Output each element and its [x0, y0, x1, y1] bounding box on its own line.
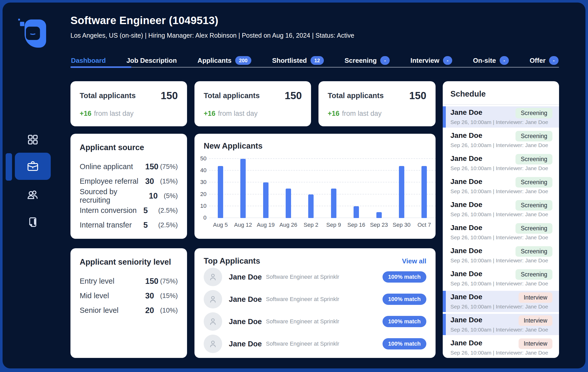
schedule-detail: Sep 26, 10:00am | Interviewer: Jane Doe	[450, 188, 548, 194]
schedule-item[interactable]: Jane Doe Screening Sep 26, 10:00am | Int…	[443, 106, 559, 128]
new-applicants-chart-card: New Applicants 0 10 20 30 40 50	[194, 134, 436, 239]
applicant-row[interactable]: Jane Doe Software Engineer at Sprinklr 1…	[204, 266, 426, 288]
tab-count-badge: -	[549, 56, 559, 65]
source-value: 30	[145, 177, 160, 186]
app-window: Software Engineer (1049513) Los Angeles,…	[0, 0, 588, 372]
schedule-item[interactable]: Jane Doe Screening Sep 26, 10:00am | Int…	[443, 222, 559, 243]
bar-series	[209, 159, 436, 218]
tab-offer[interactable]: Offer -	[529, 56, 559, 65]
schedule-item[interactable]: Jane Doe Screening Sep 26, 10:00am | Int…	[443, 245, 559, 266]
app-logo[interactable]	[17, 17, 47, 49]
logo-dot	[18, 19, 20, 20]
tab-screening[interactable]: Screening -	[344, 56, 390, 65]
schedule-name: Jane Doe	[450, 224, 482, 232]
y-axis-tick: 20	[196, 191, 207, 198]
x-axis-tick: Aug 12	[232, 222, 254, 228]
tab-applicants[interactable]: Applicants 200	[197, 56, 252, 65]
tab-count-badge: 200	[235, 56, 251, 65]
source-label: Employee referral	[80, 177, 145, 185]
seniority-label: Mid level	[80, 292, 145, 300]
tab-job-description[interactable]: Job Description	[126, 57, 177, 65]
applicant-row[interactable]: Jane Doe Software Engineer at Sprinklr 1…	[204, 288, 426, 310]
logo-square	[20, 22, 24, 26]
bar-aug-26	[286, 189, 291, 218]
match-badge: 100% match	[383, 316, 426, 327]
y-axis-tick: 50	[196, 155, 207, 162]
view-all-link[interactable]: View all	[402, 257, 426, 265]
stat-delta: +16	[80, 110, 91, 117]
stat-delta: +16	[204, 110, 215, 117]
seniority-label: Senior level	[80, 306, 145, 315]
tab-label: Applicants	[198, 57, 232, 65]
sidebar-item-jobs[interactable]	[15, 153, 51, 180]
schedule-detail: Sep 26, 10:00am | Interviewer: Jane Doe	[450, 327, 548, 333]
stat-card-total-applicants-2: Total applicants 150 +16from last day	[194, 81, 311, 126]
applicant-source-card: Applicant source Online applicant 150 (7…	[70, 134, 187, 239]
y-axis-tick: 0	[196, 214, 207, 221]
tab-onsite[interactable]: On-site -	[472, 56, 509, 65]
schedule-name: Jane Doe	[450, 108, 482, 117]
source-row: Online applicant 150 (75%)	[80, 159, 178, 174]
tab-dashboard[interactable]: Dashboard	[70, 57, 106, 65]
schedule-detail: Sep 26, 10:00am | Interviewer: Jane Doe	[450, 165, 548, 171]
source-value: 150	[145, 162, 160, 171]
bar-aug-5	[218, 166, 223, 218]
stat-caption: from last day	[94, 110, 134, 117]
tab-shortlisted[interactable]: Shortlisted 12	[272, 56, 324, 65]
schedule-item[interactable]: Jane Doe Screening Sep 26, 10:00am | Int…	[443, 129, 559, 151]
active-tab-underline	[70, 66, 131, 68]
x-axis-tick: Sep 2	[300, 222, 322, 228]
sidebar-item-candidates[interactable]	[15, 181, 51, 209]
applicant-name: Jane Doe	[229, 340, 262, 348]
top-applicants-card: Top Applicants View all Jane Doe Softwar…	[194, 248, 436, 358]
x-axis-tick: Oct 7	[413, 222, 436, 228]
seniority-pct: (10%)	[160, 306, 178, 314]
tab-label: Job Description	[127, 57, 177, 65]
source-row: Intern conversion 5 (2.5%)	[80, 203, 178, 218]
tab-label: Dashboard	[71, 57, 106, 65]
match-badge: 100% match	[383, 294, 426, 305]
tab-label: Offer	[530, 57, 545, 65]
schedule-detail: Sep 26, 10:00am | Interviewer: Jane Doe	[450, 257, 548, 264]
card-title: Schedule	[443, 81, 559, 104]
seniority-row: Entry level 150 (75%)	[80, 274, 178, 288]
applicant-name: Jane Doe	[229, 317, 262, 326]
schedule-item[interactable]: Jane Doe Screening Sep 26, 10:00am | Int…	[443, 175, 559, 197]
card-title: Top Applicants	[204, 256, 260, 266]
schedule-item[interactable]: Jane Doe Interview Sep 26, 10:00am | Int…	[443, 314, 559, 335]
match-badge: 100% match	[383, 338, 426, 349]
y-axis-tick: 10	[196, 203, 207, 209]
schedule-item[interactable]: Jane Doe Interview Sep 26, 10:00am | Int…	[443, 337, 559, 358]
job-header: Software Engineer (1049513) Los Angeles,…	[70, 14, 354, 39]
match-badge: 100% match	[383, 271, 426, 283]
people-icon	[26, 188, 39, 202]
bar-sep-30	[399, 166, 404, 218]
applicant-row[interactable]: Jane Doe Software Engineer at Sprinklr 1…	[204, 333, 426, 355]
applicant-name: Jane Doe	[229, 295, 262, 304]
schedule-item[interactable]: Jane Doe Screening Sep 26, 10:00am | Int…	[443, 199, 559, 220]
stat-value: 150	[161, 90, 178, 101]
schedule-item[interactable]: Jane Doe Screening Sep 26, 10:00am | Int…	[443, 268, 559, 289]
schedule-name: Jane Doe	[450, 270, 482, 278]
tab-label: Screening	[345, 57, 377, 65]
sidebar-item-overview[interactable]	[15, 126, 51, 153]
schedule-item[interactable]: Jane Doe Interview Sep 26, 10:00am | Int…	[443, 291, 559, 312]
x-axis-labels: Aug 5 Aug 12 Aug 19 Aug 26 Sep 2 Sep 9 S…	[209, 222, 436, 228]
x-axis-tick: Sep 23	[368, 222, 390, 228]
applicant-row[interactable]: Jane Doe Software Engineer at Sprinklr 1…	[204, 311, 426, 333]
stage-badge: Screening	[515, 223, 552, 234]
sidebar-item-documents[interactable]	[15, 209, 51, 236]
stage-badge: Screening	[515, 177, 552, 188]
schedule-item[interactable]: Jane Doe Screening Sep 26, 10:00am | Int…	[443, 152, 559, 174]
source-pct: (5%)	[164, 192, 178, 200]
stage-badge: Screening	[515, 154, 552, 164]
tab-interview[interactable]: Interview -	[410, 56, 453, 65]
seniority-card: Applicant seniority level Entry level 15…	[70, 248, 187, 358]
schedule-detail: Sep 26, 10:00am | Interviewer: Jane Doe	[450, 281, 548, 287]
bar-sep-9	[331, 189, 336, 218]
stat-caption: from last day	[218, 110, 258, 117]
schedule-name: Jane Doe	[450, 154, 482, 163]
document-pen-icon	[27, 216, 39, 229]
source-value: 5	[143, 206, 158, 215]
stage-badge: Interview	[519, 338, 552, 349]
